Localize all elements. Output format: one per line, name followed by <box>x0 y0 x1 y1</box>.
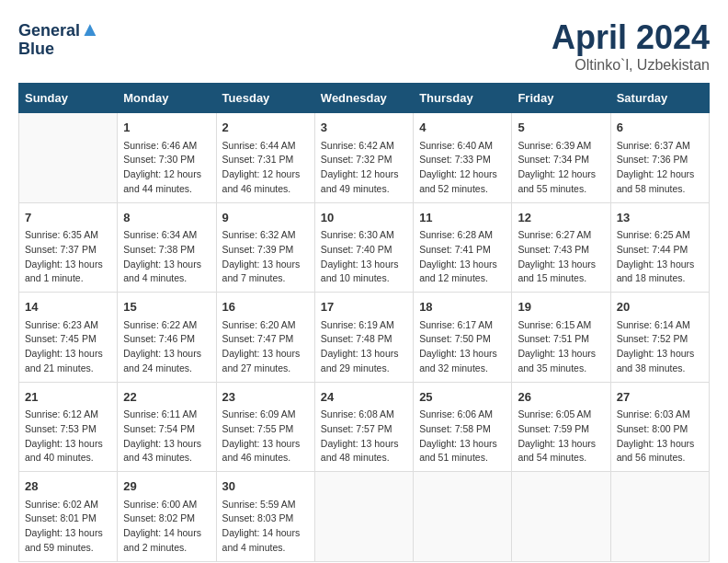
day-number: 20 <box>617 298 703 316</box>
day-info: Sunrise: 6:42 AMSunset: 7:32 PMDaylight:… <box>321 139 407 197</box>
day-info: Sunrise: 6:44 AMSunset: 7:31 PMDaylight:… <box>222 139 309 197</box>
calendar-cell: 9Sunrise: 6:32 AMSunset: 7:39 PMDaylight… <box>216 202 314 293</box>
weekday-header: Monday <box>118 84 216 113</box>
day-number: 9 <box>222 209 309 227</box>
calendar-table: SundayMondayTuesdayWednesdayThursdayFrid… <box>18 83 710 562</box>
day-number: 12 <box>518 209 604 227</box>
logo: General▲ Blue <box>18 18 100 59</box>
calendar-cell: 24Sunrise: 6:08 AMSunset: 7:57 PMDayligh… <box>314 382 413 472</box>
day-info: Sunrise: 6:35 AMSunset: 7:37 PMDaylight:… <box>25 228 111 286</box>
weekday-header: Thursday <box>414 84 512 113</box>
calendar-cell: 2Sunrise: 6:44 AMSunset: 7:31 PMDaylight… <box>216 113 314 203</box>
weekday-header-row: SundayMondayTuesdayWednesdayThursdayFrid… <box>19 84 710 113</box>
weekday-header: Wednesday <box>314 84 413 113</box>
calendar-cell <box>19 113 118 203</box>
weekday-header: Tuesday <box>216 84 314 113</box>
day-info: Sunrise: 6:03 AMSunset: 8:00 PMDaylight:… <box>617 408 703 465</box>
day-info: Sunrise: 5:59 AMSunset: 8:03 PMDaylight:… <box>222 498 309 556</box>
day-info: Sunrise: 6:00 AMSunset: 8:02 PMDaylight:… <box>123 498 210 556</box>
day-number: 6 <box>617 119 703 137</box>
day-number: 23 <box>222 388 309 407</box>
day-number: 21 <box>25 388 111 407</box>
calendar-cell: 11Sunrise: 6:28 AMSunset: 7:41 PMDayligh… <box>414 202 512 293</box>
calendar-cell: 20Sunrise: 6:14 AMSunset: 7:52 PMDayligh… <box>610 293 709 383</box>
day-info: Sunrise: 6:27 AMSunset: 7:43 PMDaylight:… <box>518 228 604 286</box>
day-number: 2 <box>222 119 309 137</box>
calendar-cell: 28Sunrise: 6:02 AMSunset: 8:01 PMDayligh… <box>19 472 118 562</box>
calendar-cell: 30Sunrise: 5:59 AMSunset: 8:03 PMDayligh… <box>216 472 314 562</box>
calendar-cell: 8Sunrise: 6:34 AMSunset: 7:38 PMDaylight… <box>118 202 216 293</box>
calendar-cell <box>314 472 413 562</box>
day-number: 17 <box>321 298 407 316</box>
day-info: Sunrise: 6:34 AMSunset: 7:38 PMDaylight:… <box>123 228 210 286</box>
calendar-cell: 21Sunrise: 6:12 AMSunset: 7:53 PMDayligh… <box>19 382 118 472</box>
month-title: April 2024 <box>552 18 710 57</box>
day-number: 19 <box>518 298 604 316</box>
calendar-cell: 3Sunrise: 6:42 AMSunset: 7:32 PMDaylight… <box>314 113 413 203</box>
day-info: Sunrise: 6:23 AMSunset: 7:45 PMDaylight:… <box>25 318 111 376</box>
calendar-cell <box>512 472 610 562</box>
calendar-cell <box>610 472 709 562</box>
title-block: April 2024 Oltinko`l, Uzbekistan <box>552 18 710 74</box>
calendar-cell <box>414 472 512 562</box>
day-info: Sunrise: 6:32 AMSunset: 7:39 PMDaylight:… <box>222 228 309 286</box>
calendar-week-row: 1Sunrise: 6:46 AMSunset: 7:30 PMDaylight… <box>19 113 710 203</box>
day-info: Sunrise: 6:37 AMSunset: 7:36 PMDaylight:… <box>617 139 703 197</box>
calendar-cell: 25Sunrise: 6:06 AMSunset: 7:58 PMDayligh… <box>414 382 512 472</box>
day-info: Sunrise: 6:02 AMSunset: 8:01 PMDaylight:… <box>25 498 111 556</box>
day-info: Sunrise: 6:22 AMSunset: 7:46 PMDaylight:… <box>123 318 210 376</box>
calendar-cell: 27Sunrise: 6:03 AMSunset: 8:00 PMDayligh… <box>610 382 709 472</box>
calendar-week-row: 7Sunrise: 6:35 AMSunset: 7:37 PMDaylight… <box>19 202 710 293</box>
day-number: 26 <box>518 388 604 407</box>
day-info: Sunrise: 6:09 AMSunset: 7:55 PMDaylight:… <box>222 408 309 465</box>
calendar-cell: 5Sunrise: 6:39 AMSunset: 7:34 PMDaylight… <box>512 113 610 203</box>
day-number: 22 <box>123 388 210 407</box>
calendar-week-row: 28Sunrise: 6:02 AMSunset: 8:01 PMDayligh… <box>19 472 710 562</box>
day-info: Sunrise: 6:11 AMSunset: 7:54 PMDaylight:… <box>123 408 210 465</box>
calendar-cell: 16Sunrise: 6:20 AMSunset: 7:47 PMDayligh… <box>216 293 314 383</box>
day-number: 30 <box>222 477 309 496</box>
logo-text: General▲ Blue <box>18 18 100 59</box>
calendar-cell: 12Sunrise: 6:27 AMSunset: 7:43 PMDayligh… <box>512 202 610 293</box>
weekday-header: Saturday <box>610 84 709 113</box>
day-info: Sunrise: 6:28 AMSunset: 7:41 PMDaylight:… <box>419 228 506 286</box>
day-number: 8 <box>123 209 210 227</box>
calendar-cell: 7Sunrise: 6:35 AMSunset: 7:37 PMDaylight… <box>19 202 118 293</box>
calendar-cell: 14Sunrise: 6:23 AMSunset: 7:45 PMDayligh… <box>19 293 118 383</box>
day-number: 25 <box>419 388 506 407</box>
calendar-cell: 17Sunrise: 6:19 AMSunset: 7:48 PMDayligh… <box>314 293 413 383</box>
day-info: Sunrise: 6:05 AMSunset: 7:59 PMDaylight:… <box>518 408 604 465</box>
location: Oltinko`l, Uzbekistan <box>552 57 710 74</box>
calendar-cell: 15Sunrise: 6:22 AMSunset: 7:46 PMDayligh… <box>118 293 216 383</box>
day-info: Sunrise: 6:39 AMSunset: 7:34 PMDaylight:… <box>518 139 604 197</box>
day-number: 24 <box>321 388 407 407</box>
day-info: Sunrise: 6:14 AMSunset: 7:52 PMDaylight:… <box>617 318 703 376</box>
day-info: Sunrise: 6:08 AMSunset: 7:57 PMDaylight:… <box>321 408 407 465</box>
calendar-cell: 18Sunrise: 6:17 AMSunset: 7:50 PMDayligh… <box>414 293 512 383</box>
day-number: 4 <box>419 119 506 137</box>
calendar-cell: 6Sunrise: 6:37 AMSunset: 7:36 PMDaylight… <box>610 113 709 203</box>
day-number: 27 <box>617 388 703 407</box>
day-info: Sunrise: 6:20 AMSunset: 7:47 PMDaylight:… <box>222 318 309 376</box>
day-number: 3 <box>321 119 407 137</box>
day-number: 11 <box>419 209 506 227</box>
weekday-header: Sunday <box>19 84 118 113</box>
day-info: Sunrise: 6:25 AMSunset: 7:44 PMDaylight:… <box>617 228 703 286</box>
page-header: General▲ Blue April 2024 Oltinko`l, Uzbe… <box>18 18 710 74</box>
day-number: 5 <box>518 119 604 137</box>
calendar-cell: 29Sunrise: 6:00 AMSunset: 8:02 PMDayligh… <box>118 472 216 562</box>
day-info: Sunrise: 6:19 AMSunset: 7:48 PMDaylight:… <box>321 318 407 376</box>
day-info: Sunrise: 6:40 AMSunset: 7:33 PMDaylight:… <box>419 139 506 197</box>
day-number: 18 <box>419 298 506 316</box>
day-number: 15 <box>123 298 210 316</box>
weekday-header: Friday <box>512 84 610 113</box>
calendar-cell: 23Sunrise: 6:09 AMSunset: 7:55 PMDayligh… <box>216 382 314 472</box>
day-info: Sunrise: 6:15 AMSunset: 7:51 PMDaylight:… <box>518 318 604 376</box>
day-info: Sunrise: 6:12 AMSunset: 7:53 PMDaylight:… <box>25 408 111 465</box>
day-info: Sunrise: 6:06 AMSunset: 7:58 PMDaylight:… <box>419 408 506 465</box>
calendar-cell: 22Sunrise: 6:11 AMSunset: 7:54 PMDayligh… <box>118 382 216 472</box>
calendar-cell: 19Sunrise: 6:15 AMSunset: 7:51 PMDayligh… <box>512 293 610 383</box>
day-info: Sunrise: 6:30 AMSunset: 7:40 PMDaylight:… <box>321 228 407 286</box>
calendar-week-row: 21Sunrise: 6:12 AMSunset: 7:53 PMDayligh… <box>19 382 710 472</box>
day-number: 13 <box>617 209 703 227</box>
